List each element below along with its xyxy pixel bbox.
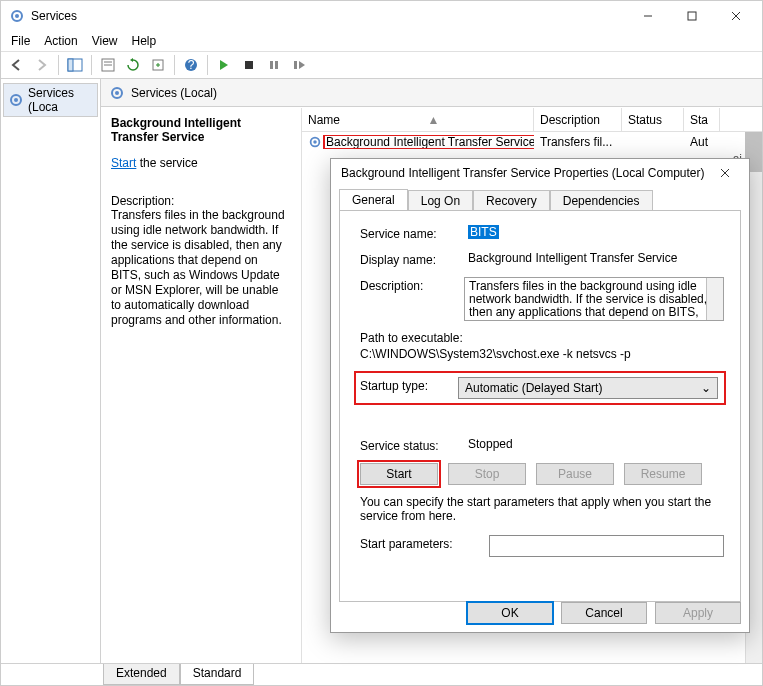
start-params-label: Start parameters: bbox=[360, 535, 489, 551]
properties-button[interactable] bbox=[96, 54, 120, 76]
export-button[interactable] bbox=[146, 54, 170, 76]
toolbar: ? bbox=[1, 51, 762, 79]
svg-rect-15 bbox=[270, 61, 273, 69]
list-tabs: Extended Standard bbox=[1, 663, 762, 685]
dialog-titlebar: Background Intelligent Transfer Service … bbox=[331, 159, 749, 187]
window-title: Services bbox=[31, 9, 626, 23]
startup-type-value: Automatic (Delayed Start) bbox=[465, 381, 602, 395]
column-description[interactable]: Description bbox=[534, 108, 622, 131]
menubar: File Action View Help bbox=[1, 31, 762, 51]
show-hide-tree-button[interactable] bbox=[63, 54, 87, 76]
stop-button: Stop bbox=[448, 463, 526, 485]
resume-button: Resume bbox=[624, 463, 702, 485]
content-header: Services (Local) bbox=[101, 79, 762, 107]
service-status-value: Stopped bbox=[468, 437, 724, 451]
forward-button[interactable] bbox=[30, 54, 54, 76]
menu-view[interactable]: View bbox=[92, 34, 118, 48]
service-name: Background Intelligent Transfer Service bbox=[324, 135, 534, 149]
nav-item-label: Services (Loca bbox=[28, 86, 93, 114]
restart-service-button[interactable] bbox=[287, 54, 311, 76]
service-name-value[interactable]: BITS bbox=[468, 225, 499, 239]
description-box[interactable]: Transfers files in the background using … bbox=[464, 277, 724, 321]
cancel-button[interactable]: Cancel bbox=[561, 602, 647, 624]
svg-rect-14 bbox=[245, 61, 253, 69]
selected-service-title: Background Intelligent Transfer Service bbox=[111, 116, 291, 144]
start-service-link[interactable]: Start bbox=[111, 156, 136, 170]
content-header-title: Services (Local) bbox=[131, 86, 217, 100]
dialog-tabs: General Log On Recovery Dependencies bbox=[339, 189, 741, 210]
close-button[interactable] bbox=[714, 2, 758, 30]
chevron-down-icon: ⌄ bbox=[701, 381, 711, 395]
description-pane: Background Intelligent Transfer Service … bbox=[101, 108, 301, 663]
tab-logon[interactable]: Log On bbox=[408, 190, 473, 211]
column-startup[interactable]: Sta bbox=[684, 108, 720, 131]
refresh-button[interactable] bbox=[121, 54, 145, 76]
svg-point-1 bbox=[15, 14, 19, 18]
startup-type-label: Startup type: bbox=[356, 377, 458, 393]
tab-standard[interactable]: Standard bbox=[180, 664, 255, 685]
svg-point-23 bbox=[313, 140, 317, 144]
nav-tree: Services (Loca bbox=[1, 79, 101, 663]
menu-file[interactable]: File bbox=[11, 34, 30, 48]
stop-service-button[interactable] bbox=[237, 54, 261, 76]
svg-point-19 bbox=[14, 98, 18, 102]
description-heading: Description: bbox=[111, 194, 291, 208]
nav-services-local[interactable]: Services (Loca bbox=[3, 83, 98, 117]
menu-action[interactable]: Action bbox=[44, 34, 77, 48]
start-service-suffix: the service bbox=[136, 156, 197, 170]
description-label: Description: bbox=[360, 277, 464, 293]
column-status[interactable]: Status bbox=[622, 108, 684, 131]
tab-dependencies[interactable]: Dependencies bbox=[550, 190, 653, 211]
service-desc: Transfers fil... bbox=[534, 135, 622, 149]
tab-extended[interactable]: Extended bbox=[103, 664, 180, 685]
start-service-button[interactable] bbox=[212, 54, 236, 76]
services-app-icon bbox=[9, 8, 25, 24]
startup-type-dropdown[interactable]: Automatic (Delayed Start) ⌄ bbox=[458, 377, 718, 399]
apply-button: Apply bbox=[655, 602, 741, 624]
help-button[interactable]: ? bbox=[179, 54, 203, 76]
service-name-label: Service name: bbox=[360, 225, 468, 241]
svg-rect-7 bbox=[68, 59, 73, 71]
svg-point-21 bbox=[115, 91, 119, 95]
start-params-hint: You can specify the start parameters tha… bbox=[360, 495, 724, 523]
pause-button: Pause bbox=[536, 463, 614, 485]
service-status-label: Service status: bbox=[360, 437, 468, 453]
properties-dialog: Background Intelligent Transfer Service … bbox=[330, 158, 750, 633]
minimize-button[interactable] bbox=[626, 2, 670, 30]
svg-text:?: ? bbox=[188, 58, 195, 72]
svg-rect-16 bbox=[275, 61, 278, 69]
dialog-title: Background Intelligent Transfer Service … bbox=[341, 166, 705, 180]
ok-button[interactable]: OK bbox=[467, 602, 553, 624]
svg-rect-17 bbox=[294, 61, 297, 69]
path-value: C:\WINDOWS\System32\svchost.exe -k netsv… bbox=[360, 347, 724, 361]
tab-general[interactable]: General bbox=[339, 189, 408, 210]
pause-service-button[interactable] bbox=[262, 54, 286, 76]
gear-icon bbox=[8, 92, 24, 108]
titlebar: Services bbox=[1, 1, 762, 31]
start-button[interactable]: Start bbox=[360, 463, 438, 485]
start-params-input[interactable] bbox=[489, 535, 724, 557]
gear-icon bbox=[308, 135, 322, 149]
path-label: Path to executable: bbox=[360, 331, 724, 345]
dialog-general-panel: Service name: BITS Display name: Backgro… bbox=[339, 210, 741, 602]
maximize-button[interactable] bbox=[670, 2, 714, 30]
tab-recovery[interactable]: Recovery bbox=[473, 190, 550, 211]
display-name-label: Display name: bbox=[360, 251, 468, 267]
list-header: Name▲ Description Status Sta bbox=[301, 108, 762, 132]
dialog-close-button[interactable] bbox=[711, 163, 739, 183]
svg-rect-3 bbox=[688, 12, 696, 20]
back-button[interactable] bbox=[5, 54, 29, 76]
gear-icon bbox=[109, 85, 125, 101]
menu-help[interactable]: Help bbox=[132, 34, 157, 48]
service-row-bits[interactable]: Background Intelligent Transfer Service … bbox=[301, 132, 762, 152]
display-name-value: Background Intelligent Transfer Service bbox=[468, 251, 724, 265]
service-startup: Aut bbox=[684, 135, 720, 149]
description-text: Transfers files in the background using … bbox=[111, 208, 291, 328]
column-name[interactable]: Name▲ bbox=[302, 108, 534, 131]
